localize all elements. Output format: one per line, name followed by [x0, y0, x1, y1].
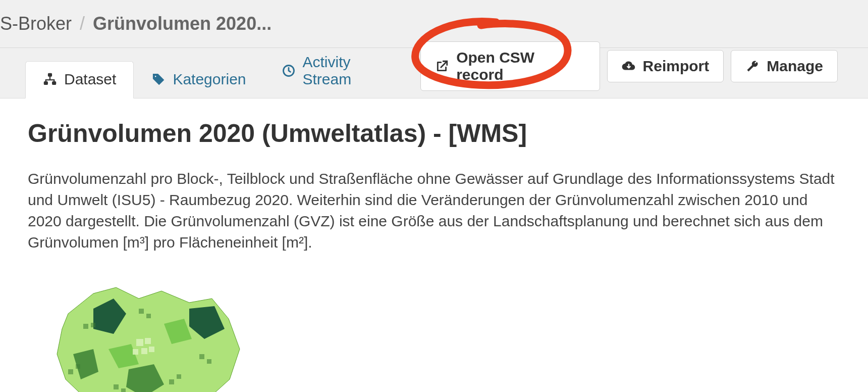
action-buttons: Open CSW record Reimport Manage [420, 41, 838, 98]
wrench-icon [745, 59, 760, 73]
svg-rect-19 [141, 348, 147, 354]
reimport-button[interactable]: Reimport [607, 50, 724, 82]
svg-rect-17 [136, 339, 143, 346]
cloud-download-icon [622, 59, 636, 73]
svg-point-3 [155, 75, 157, 77]
svg-rect-8 [146, 314, 151, 318]
reimport-label: Reimport [643, 58, 710, 75]
page-title: Grünvolumen 2020 (Umweltatlas) - [WMS] [28, 119, 838, 148]
breadcrumb: S-Broker / Grünvolumen 2020... [0, 0, 868, 48]
tab-categories[interactable]: Kategorien [134, 61, 263, 99]
page-description: Grünvolumenzahl pro Block-, Teilblock un… [28, 168, 835, 253]
svg-rect-5 [83, 324, 88, 329]
open-csw-label: Open CSW record [456, 49, 585, 83]
breadcrumb-separator: / [80, 13, 85, 34]
external-link-icon [435, 59, 449, 73]
sitemap-icon [43, 72, 57, 86]
svg-rect-15 [68, 369, 73, 374]
main-content: Grünvolumen 2020 (Umweltatlas) - [WMS] G… [0, 99, 868, 392]
svg-rect-21 [149, 347, 154, 352]
breadcrumb-prev[interactable]: S-Broker [0, 13, 72, 34]
svg-rect-6 [91, 323, 95, 327]
svg-rect-2 [52, 82, 56, 85]
svg-rect-1 [44, 82, 47, 85]
svg-rect-20 [133, 349, 138, 355]
svg-rect-12 [121, 388, 126, 392]
svg-rect-10 [207, 359, 211, 364]
svg-rect-11 [114, 384, 119, 389]
dataset-preview-image [38, 278, 250, 392]
tags-icon [151, 72, 166, 86]
clock-icon [282, 64, 296, 78]
svg-rect-0 [48, 73, 52, 76]
tab-action-row: Dataset Kategorien Activity Stream Open … [0, 48, 868, 99]
svg-rect-16 [76, 364, 80, 369]
tab-activity[interactable]: Activity Stream [264, 44, 421, 99]
manage-button[interactable]: Manage [731, 50, 838, 82]
tab-dataset-label: Dataset [64, 71, 116, 88]
tabs: Dataset Kategorien Activity Stream [25, 43, 420, 98]
svg-rect-7 [139, 309, 144, 314]
tab-dataset[interactable]: Dataset [25, 61, 134, 99]
tab-categories-label: Kategorien [173, 71, 246, 88]
svg-rect-18 [145, 338, 151, 344]
svg-rect-13 [169, 379, 174, 384]
manage-label: Manage [767, 58, 823, 75]
tab-activity-label: Activity Stream [303, 54, 403, 88]
breadcrumb-current: Grünvolumen 2020... [93, 13, 272, 34]
open-csw-button[interactable]: Open CSW record [420, 41, 600, 91]
svg-rect-14 [177, 374, 181, 379]
svg-rect-9 [199, 354, 204, 359]
